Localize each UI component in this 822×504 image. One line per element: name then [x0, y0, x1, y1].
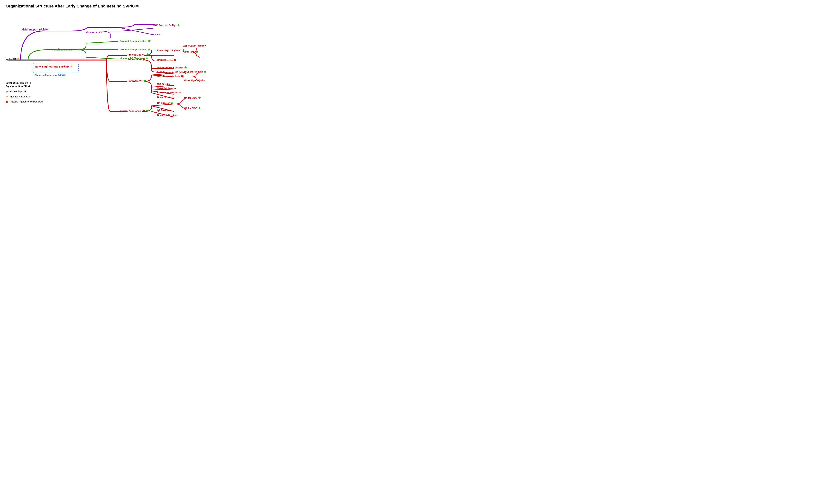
legend-star-icon: ★: [6, 89, 9, 93]
other-mgrs-india-label: Other Mgrs in India: [184, 79, 204, 82]
project-mgt-dir-label: Project Mgt. Dir (Trent) ★: [157, 48, 185, 53]
change-label: Change in Engineering SVP/GM: [35, 74, 66, 76]
legend-neutral: ▼ Neutral in Behavior: [6, 95, 43, 98]
mcs-focused-label: MCS Focused Sr. Mgr ★: [153, 23, 180, 27]
hwvp-star-icon: ★: [143, 79, 146, 83]
pg-member-2-label: Product Group Member ★: [120, 47, 150, 51]
board-design-label: Board Design Director: [157, 91, 181, 94]
others-purple-label: Others: [153, 33, 160, 36]
qa-dir-2-label: QA Director: [157, 109, 169, 112]
ucsm-hex-icon: ⬢: [174, 58, 176, 62]
metal-fab-label: Metal Fab Director: [157, 87, 177, 90]
qabios1-star-icon: ★: [198, 96, 201, 100]
qabios2-star-icon: ★: [198, 106, 201, 110]
pgmore-star-icon: ★: [145, 56, 148, 60]
qa-vp-label: Quality Assurance VP ★: [120, 109, 149, 113]
qa-dir-1-label: QA Director ★: [157, 101, 173, 105]
biosindia-hex-icon: ⬢: [181, 74, 183, 78]
svp-triangle-icon: ▼: [70, 65, 73, 68]
other-pms-label: Other PMs ★: [183, 50, 198, 54]
various-levels-label: Various Levels: [86, 31, 102, 34]
other-qa-dirs-label: Other QA Directors: [157, 114, 177, 116]
pg-member-1-label: Product Group Member ★: [120, 39, 150, 43]
new-eng-svp-label: New Engineering SVP/GM ▼: [35, 65, 73, 68]
qa-for-bios-1-label: QA for BIOS ★: [184, 96, 201, 100]
mcs-star-icon: ★: [177, 23, 180, 27]
pg1-star-icon: ★: [147, 39, 150, 43]
node-ctrl-dir-label: Node Controller Director ★: [157, 66, 187, 70]
field-support-label: Field Support Division: [21, 28, 49, 31]
otherpms-star-icon: ★: [195, 50, 198, 54]
bios-india-label: BIOS Director in India ⬢: [157, 74, 183, 78]
agile-coach-label: Agile Coach (James C.) ★: [183, 44, 206, 48]
legend: Level of Enrollment in Agile Adoption Ef…: [6, 81, 43, 103]
nodectrl-star-icon: ★: [184, 66, 187, 70]
product-group-vp-label: Product Group VP ★: [52, 47, 80, 51]
software-hex-icon: ⬢: [142, 58, 145, 61]
qavp-star-icon: ★: [146, 109, 149, 113]
legend-hex-icon: ⬢: [6, 100, 8, 103]
qa-for-bios-2-label: QA for BIOS ★: [184, 106, 201, 110]
c-suite-label: C Suite ▼: [6, 57, 20, 61]
bios-mgr-india-label: BIOS Mgr in India ★: [184, 70, 206, 74]
pmvp-star-icon: ★: [146, 53, 149, 57]
page-title: Organizational Structure After Early Cha…: [6, 4, 200, 9]
project-mgt-vp-label: Project Mgt. VP ★: [127, 53, 149, 57]
software-vp-label: Software VP ⬢: [127, 58, 145, 61]
qadir1-star-icon: ★: [170, 101, 173, 105]
pgvp-star-icon: ★: [77, 47, 80, 51]
other-directors-hw-label: Other Directors: [157, 96, 173, 98]
legend-title: Level of Enrollment in Agile Adoption Ef…: [6, 81, 32, 88]
legend-active: ★ Active Support: [6, 89, 43, 93]
ucsm-director-label: UCSM Director ⬢: [157, 58, 176, 62]
legend-triangle-icon: ▼: [6, 95, 9, 98]
biosmgr-star-icon: ★: [203, 70, 206, 74]
c-suite-triangle-icon: ▼: [17, 57, 20, 61]
pg2-star-icon: ★: [147, 47, 150, 51]
org-chart: C Suite ▼ Field Support Division Various…: [6, 12, 200, 132]
hardware-vp-label: Hardware VP ★: [127, 79, 146, 83]
new-eng-svp-box: New Engineering SVP/GM ▼: [33, 63, 78, 73]
nic-director-label: NIC Director: [157, 83, 170, 85]
legend-passive: ⬢ Passive Aggressively Resisted: [6, 100, 43, 103]
